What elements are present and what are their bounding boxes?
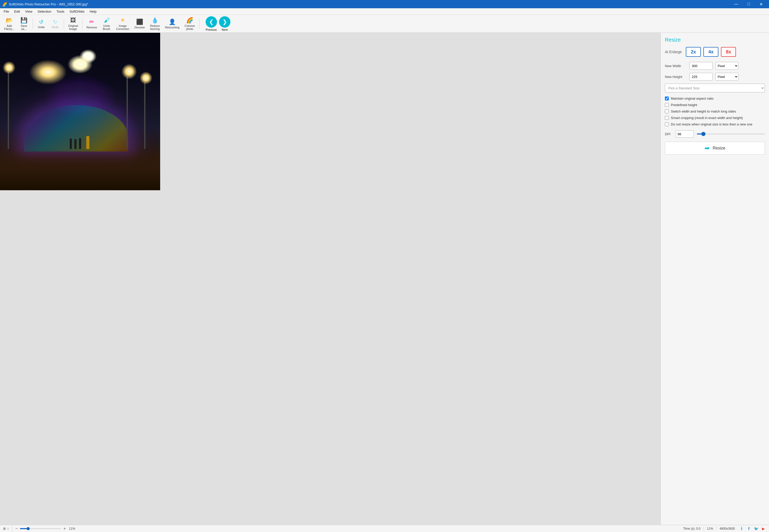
image-correction-button[interactable]: ☀ Image Correction	[114, 16, 131, 31]
colorize-photo-button[interactable]: 🌈 Colorize photo	[182, 16, 197, 31]
denoise-button[interactable]: ⬛ Denoise	[132, 18, 147, 30]
status-bar: ⊞ □ − + 11% Time (s): 0.0 11% 4800x3600 …	[0, 525, 769, 532]
app-icon: 🌈	[2, 2, 7, 7]
aspect-ratio-row: Maintain original aspect ratio	[665, 97, 765, 100]
zoom-slider-container: − + 11%	[12, 526, 682, 531]
window-title: SoftOrbits Photo Retoucher Pro - IMG_295…	[9, 2, 730, 6]
height-unit-select[interactable]: Pixel Percent Inch cm mm	[715, 73, 739, 81]
menu-bar: File Edit View Selection Tools SoftOrbit…	[0, 8, 769, 15]
no-resize-checkbox[interactable]	[665, 122, 669, 126]
smart-cropping-checkbox[interactable]	[665, 116, 669, 120]
lamp-glow-1	[3, 61, 15, 74]
ai-enlarge-label: AI Enlarge	[665, 50, 682, 54]
original-image-icon: 🖼	[70, 17, 76, 24]
canvas-area[interactable]	[0, 33, 661, 525]
youtube-icon[interactable]: ▶	[760, 525, 767, 532]
facebook-icon[interactable]: f	[745, 525, 752, 532]
zoom-track[interactable]	[20, 528, 61, 529]
reduce-blurring-icon: 💧	[151, 17, 158, 24]
minimize-button[interactable]: —	[730, 0, 742, 8]
lamp-post-2	[127, 77, 128, 149]
lamp-post-1	[8, 72, 9, 149]
zoom-thumb[interactable]	[27, 527, 30, 530]
save-as-button[interactable]: 💾 Save as...	[18, 16, 30, 31]
people-silhouettes	[70, 136, 89, 149]
no-resize-label: Do not resize when original size is less…	[671, 122, 752, 126]
add-file-icon: 📂	[6, 17, 13, 24]
switch-wh-checkbox[interactable]	[665, 109, 669, 113]
menu-softorbits[interactable]: SoftOrbits	[67, 9, 87, 14]
status-right: Time (s): 0.0 11% 4800x3600 ℹ f 🐦 ▶	[682, 525, 767, 532]
enlarge-4x-button[interactable]: 4x	[703, 47, 718, 57]
switch-wh-label: Switch width and height to match long si…	[671, 109, 736, 113]
denoise-icon: ⬛	[136, 19, 143, 25]
retouching-button[interactable]: 👤 Retouching	[163, 18, 182, 30]
smart-cropping-label: Smart cropping (result in exact width an…	[671, 116, 743, 120]
menu-file[interactable]: File	[1, 9, 12, 14]
window-controls: — □ ✕	[730, 0, 767, 8]
info-icon[interactable]: ℹ	[738, 525, 745, 532]
height-input[interactable]	[689, 73, 713, 81]
enlarge-8x-button[interactable]: 8x	[721, 47, 736, 57]
width-input[interactable]	[689, 62, 713, 70]
maximize-button[interactable]: □	[743, 0, 755, 8]
toolbar-separator-3	[82, 19, 82, 29]
main-area: Resize AI Enlarge 2x 4x 8x New Width Pix…	[0, 33, 769, 525]
menu-view[interactable]: View	[22, 9, 35, 14]
photo-display	[0, 33, 160, 190]
twitter-icon[interactable]: 🐦	[752, 525, 760, 532]
undo-brush-icon: 🖌	[104, 17, 109, 24]
retouching-icon: 👤	[169, 19, 176, 25]
dpi-slider[interactable]	[697, 133, 765, 134]
redo-icon: ↻	[53, 19, 57, 25]
switch-wh-row: Switch width and height to match long si…	[665, 109, 765, 113]
zoom-level: 11%	[69, 527, 75, 530]
height-label: New Height	[665, 75, 687, 79]
reduce-blurring-button[interactable]: 💧 Reduce blurring	[148, 16, 162, 31]
enlarge-2x-button[interactable]: 2x	[686, 47, 701, 57]
undo-brush-button[interactable]: 🖌 Undo Brush	[100, 16, 113, 31]
add-file-button[interactable]: 📂 Add File(s)...	[2, 16, 17, 31]
close-button[interactable]: ✕	[755, 0, 767, 8]
title-bar: 🌈 SoftOrbits Photo Retoucher Pro - IMG_2…	[0, 0, 769, 8]
menu-selection[interactable]: Selection	[35, 9, 54, 14]
dimensions-status: 4800x3600	[717, 527, 738, 530]
grid-view-icon[interactable]: ⊞	[3, 527, 6, 530]
menu-help[interactable]: Help	[87, 9, 99, 14]
undo-button[interactable]: ↺ Undo	[35, 18, 48, 30]
dpi-input[interactable]	[676, 130, 694, 138]
standard-size-select[interactable]: Pick a Standard Size 640x480 800x600 102…	[665, 84, 765, 92]
photo-ground	[0, 149, 160, 190]
lamp-glow-3	[139, 72, 152, 84]
toolbar-separator-4	[199, 19, 199, 29]
no-resize-row: Do not resize when original size is less…	[665, 122, 765, 126]
undo-icon: ↺	[39, 19, 43, 25]
aspect-ratio-checkbox[interactable]	[665, 97, 669, 100]
redo-button[interactable]: ↻ Redo	[49, 18, 62, 30]
height-row: New Height Pixel Percent Inch cm mm	[665, 73, 765, 81]
menu-edit[interactable]: Edit	[12, 9, 22, 14]
previous-button[interactable]: ❮	[206, 16, 217, 28]
original-image-button[interactable]: 🖼 Original Image	[66, 16, 80, 31]
enlarge-4x-label: 4x	[708, 49, 713, 55]
next-button[interactable]: ❯	[219, 16, 230, 28]
resize-button[interactable]: ➡ Resize	[665, 142, 765, 155]
right-panel: Resize AI Enlarge 2x 4x 8x New Width Pix…	[661, 33, 769, 525]
single-view-icon[interactable]: □	[7, 527, 9, 530]
width-unit-select[interactable]: Pixel Percent Inch cm mm	[715, 62, 739, 70]
dpi-thumb[interactable]	[701, 132, 705, 136]
zoom-out-button[interactable]: −	[14, 526, 19, 531]
width-row: New Width Pixel Percent Inch cm mm	[665, 62, 765, 70]
predefined-height-checkbox[interactable]	[665, 103, 669, 107]
zoom-in-button[interactable]: +	[62, 526, 67, 531]
image-container	[0, 33, 661, 525]
lamp-post-3	[144, 82, 145, 149]
menu-tools[interactable]: Tools	[54, 9, 67, 14]
lamp-glow-2	[121, 64, 137, 79]
remove-button[interactable]: ✏ Remove	[84, 18, 99, 30]
enlarge-2x-label: 2x	[691, 49, 696, 55]
resize-button-label: Resize	[713, 146, 725, 150]
toolbar: 📂 Add File(s)... 💾 Save as... ↺ Undo ↻ R…	[0, 15, 769, 33]
predefined-height-label: Predefined height	[671, 103, 697, 107]
image-correction-icon: ☀	[120, 17, 125, 24]
